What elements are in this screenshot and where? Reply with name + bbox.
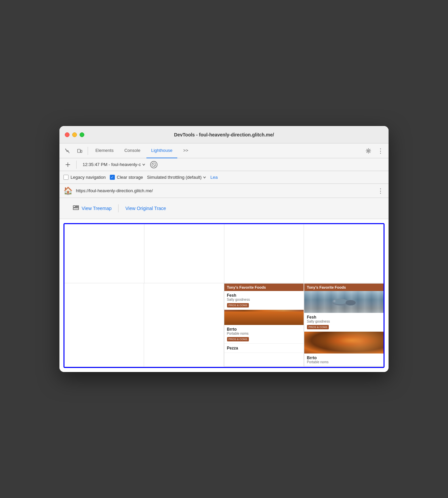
food-name-fesh-2: Fesh xyxy=(307,315,381,320)
url-display: https://foul-heavenly-direction.glitch.m… xyxy=(76,188,373,193)
action-buttons-row: View Treemap View Original Trace xyxy=(59,198,389,219)
svg-point-13 xyxy=(346,300,356,305)
treemap-bottom-row: Tony's Favorite Foods Fesh Salty goodnes… xyxy=(64,283,384,367)
food-img-burrito xyxy=(304,332,384,354)
devtools-window: DevTools - foul-heavenly-direction.glitc… xyxy=(59,126,389,372)
toolbar2-divider xyxy=(76,161,77,169)
food-card-header-1: Tony's Favorite Foods xyxy=(224,284,304,291)
food-item-pezza-1: Pezza xyxy=(224,344,304,353)
title-bar: DevTools - foul-heavenly-direction.glitc… xyxy=(59,126,389,143)
session-selector[interactable]: 12:35:47 PM - foul-heavenly-c xyxy=(81,161,147,168)
food-desc-brrto-1: Portable noms xyxy=(227,332,301,335)
tab-more[interactable]: >> xyxy=(179,143,193,158)
food-name-pezza-1: Pezza xyxy=(227,346,301,350)
view-original-trace-button[interactable]: View Original Trace xyxy=(119,203,173,214)
devtools-tab-bar: Elements Console Lighthouse >> ⋮ xyxy=(59,143,389,158)
svg-rect-0 xyxy=(78,149,80,153)
view-treemap-button[interactable]: View Treemap xyxy=(66,203,118,214)
svg-rect-8 xyxy=(76,206,79,207)
treemap-cell-2 xyxy=(144,224,224,283)
url-bar: 🏠 https://foul-heavenly-direction.glitch… xyxy=(59,184,389,198)
inspect-icon[interactable] xyxy=(62,146,73,156)
treemap-cell-5 xyxy=(64,283,144,367)
legacy-navigation-checkbox[interactable] xyxy=(63,175,69,180)
svg-rect-9 xyxy=(76,207,79,208)
food-badge-brrto-1: PROS & CONS xyxy=(227,337,249,341)
treemap-cell-6 xyxy=(144,283,224,367)
legacy-navigation-label[interactable]: Legacy navigation xyxy=(63,175,106,180)
food-img-1 xyxy=(224,312,304,325)
food-card-large: Tony's Favorite Foods xyxy=(304,283,384,367)
tab-elements[interactable]: Elements xyxy=(91,143,118,158)
food-item-brrto-2: Brrto Portable noms xyxy=(304,354,384,366)
device-toggle-icon[interactable] xyxy=(74,146,85,156)
food-name-fesh-1: Fesh xyxy=(227,293,301,298)
minimize-button[interactable] xyxy=(72,132,77,137)
clear-storage-checkbox[interactable]: ✓ xyxy=(110,175,115,180)
maximize-button[interactable] xyxy=(80,132,84,137)
tab-lighthouse[interactable]: Lighthouse xyxy=(146,143,177,158)
treemap-top-row xyxy=(64,224,384,283)
treemap-cell-4 xyxy=(304,224,384,283)
food-badge-fesh-2: PROS & CONS xyxy=(307,325,329,329)
tab-console[interactable]: Console xyxy=(120,143,145,158)
food-img-fish xyxy=(304,291,384,313)
fish-svg xyxy=(330,295,357,309)
traffic-lights xyxy=(65,132,84,137)
food-name-brrto-1: Brrto xyxy=(227,327,301,332)
treemap-cell-3 xyxy=(224,224,304,283)
svg-rect-7 xyxy=(73,206,75,207)
tab-bar-divider xyxy=(88,147,88,155)
svg-point-2 xyxy=(368,150,369,152)
treemap-container: Tony's Favorite Foods Fesh Salty goodnes… xyxy=(63,223,385,368)
svg-rect-10 xyxy=(73,208,79,210)
session-time: 12:35:47 PM - foul-heavenly-c xyxy=(83,162,141,167)
food-card-header-2: Tony's Favorite Foods xyxy=(304,284,384,291)
food-item-brrto-1: Brrto Portable noms PROS & CONS xyxy=(224,325,304,344)
svg-rect-1 xyxy=(81,150,82,153)
food-badge-fesh-1: PROS & CONS xyxy=(227,303,249,307)
more-options-icon[interactable]: ⋮ xyxy=(375,146,386,156)
food-item-fesh-2: Fesh Salty goodness PROS & CONS xyxy=(304,313,384,332)
window-title: DevTools - foul-heavenly-direction.glitc… xyxy=(174,132,274,137)
right-icons: ⋮ xyxy=(363,146,386,156)
settings-icon[interactable] xyxy=(363,146,374,156)
food-desc-brrto-2: Portable noms xyxy=(307,360,381,364)
toolbar2: 12:35:47 PM - foul-heavenly-c xyxy=(59,158,389,171)
block-requests-icon[interactable] xyxy=(150,161,158,168)
food-desc-fesh-2: Salty goodness xyxy=(307,320,381,323)
toolbar3: Legacy navigation ✓ Clear storage Simula… xyxy=(59,171,389,184)
svg-line-6 xyxy=(152,163,155,166)
svg-point-14 xyxy=(333,300,335,302)
food-item-fesh-1: Fesh Salty goodness PROS & CONS xyxy=(224,291,304,310)
url-menu-button[interactable]: ⋮ xyxy=(376,187,385,195)
treemap-cell-1 xyxy=(64,224,144,283)
food-desc-fesh-1: Salty goodness xyxy=(227,298,301,301)
close-button[interactable] xyxy=(65,132,70,137)
treemap-icon xyxy=(73,205,79,211)
food-name-brrto-2: Brrto xyxy=(307,356,381,360)
learn-link[interactable]: Lea xyxy=(210,175,218,180)
food-card-small: Tony's Favorite Foods Fesh Salty goodnes… xyxy=(224,283,304,367)
add-session-button[interactable] xyxy=(63,160,72,169)
throttling-dropdown[interactable]: Simulated throttling (default) xyxy=(147,175,207,180)
clear-storage-label[interactable]: ✓ Clear storage xyxy=(110,175,143,180)
main-content: Tony's Favorite Foods Fesh Salty goodnes… xyxy=(59,219,389,372)
lighthouse-logo-icon: 🏠 xyxy=(63,186,73,195)
